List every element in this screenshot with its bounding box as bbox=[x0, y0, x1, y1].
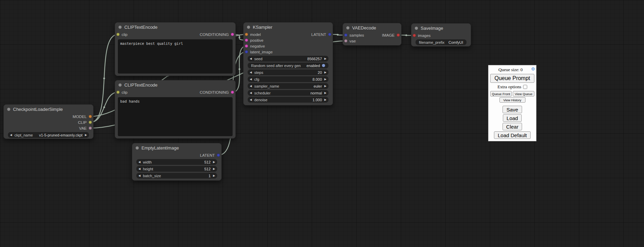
node-vae-decode[interactable]: VAEDecode samples vae IMAGE bbox=[343, 23, 401, 46]
widget-denoise[interactable]: ◀ denoise 1.000 ▶ bbox=[248, 97, 329, 103]
input-port-images[interactable]: images bbox=[411, 32, 431, 38]
node-collapse-dot-icon[interactable] bbox=[119, 83, 122, 87]
port-dot-image[interactable] bbox=[397, 34, 400, 37]
widget-ckpt-name[interactable]: ◀ ckpt_name v1-5-pruned-emaonly.ckpt ▶ bbox=[8, 132, 89, 138]
arrow-left-icon[interactable]: ◀ bbox=[250, 85, 252, 88]
toggle-on-indicator[interactable] bbox=[322, 64, 325, 67]
view-history-button[interactable]: View History bbox=[499, 97, 525, 103]
widget-batch-size[interactable]: ◀ batch_size 1 ▶ bbox=[136, 173, 217, 179]
node-header[interactable]: CheckpointLoaderSimple bbox=[4, 105, 93, 114]
output-port-conditioning[interactable]: CONDITIONING bbox=[200, 89, 235, 95]
output-port-image[interactable]: IMAGE bbox=[382, 32, 401, 38]
view-queue-button[interactable]: View Queue bbox=[513, 91, 534, 96]
widget-height[interactable]: ◀ height 512 ▶ bbox=[136, 166, 217, 172]
settings-gear-icon[interactable]: ⚙ bbox=[531, 66, 535, 72]
port-dot-model[interactable] bbox=[245, 33, 248, 36]
input-port-negative[interactable]: negative bbox=[244, 43, 273, 49]
arrow-right-icon[interactable]: ▶ bbox=[324, 57, 326, 60]
widget-cfg[interactable]: ◀ cfg 8.000 ▶ bbox=[248, 76, 329, 82]
input-port-positive[interactable]: positive bbox=[244, 37, 273, 43]
prompt-text-area[interactable]: bad hands bbox=[118, 97, 233, 136]
arrow-left-icon[interactable]: ◀ bbox=[138, 161, 140, 164]
node-graph-canvas[interactable]: CheckpointLoaderSimple MODEL CLIP VAE bbox=[0, 0, 644, 247]
node-clip-text-encode-positive[interactable]: CLIPTextEncode clip CONDITIONING masterp… bbox=[115, 22, 236, 76]
port-dot-vae[interactable] bbox=[89, 127, 92, 130]
output-port-conditioning[interactable]: CONDITIONING bbox=[200, 31, 235, 37]
arrow-right-icon[interactable]: ▶ bbox=[85, 134, 87, 136]
node-header[interactable]: EmptyLatentImage bbox=[132, 143, 221, 152]
input-port-latent-image[interactable]: latent_image bbox=[244, 49, 273, 55]
widget-scheduler[interactable]: ◀ scheduler normal ▶ bbox=[248, 90, 329, 96]
port-dot-clip[interactable] bbox=[89, 121, 92, 124]
port-dot-model[interactable] bbox=[89, 115, 92, 118]
widget-seed[interactable]: ◀ seed 8566257 ▶ bbox=[248, 56, 329, 62]
output-port-vae[interactable]: VAE bbox=[73, 125, 93, 131]
arrow-left-icon[interactable]: ◀ bbox=[138, 174, 140, 177]
save-button[interactable]: Save bbox=[503, 106, 522, 113]
widget-filename-prefix[interactable]: filename_prefix ComfyUI bbox=[416, 39, 467, 45]
node-collapse-dot-icon[interactable] bbox=[346, 26, 349, 29]
extra-options-checkbox[interactable] bbox=[523, 85, 527, 89]
node-header[interactable]: CLIPTextEncode bbox=[115, 80, 235, 89]
output-port-clip[interactable]: CLIP bbox=[73, 119, 93, 125]
arrow-right-icon[interactable]: ▶ bbox=[324, 99, 326, 101]
load-button[interactable]: Load bbox=[503, 114, 522, 122]
port-dot-latent-image[interactable] bbox=[245, 50, 248, 53]
arrow-left-icon[interactable]: ◀ bbox=[138, 168, 140, 170]
node-collapse-dot-icon[interactable] bbox=[136, 146, 139, 150]
widget-steps[interactable]: ◀ steps 20 ▶ bbox=[248, 69, 329, 75]
widget-width[interactable]: ◀ width 512 ▶ bbox=[136, 159, 217, 165]
arrow-right-icon[interactable]: ▶ bbox=[324, 85, 326, 88]
arrow-left-icon[interactable]: ◀ bbox=[10, 134, 12, 136]
node-header[interactable]: SaveImage bbox=[411, 24, 471, 32]
node-empty-latent-image[interactable]: EmptyLatentImage LATENT ◀ width 512 ▶ ◀ … bbox=[132, 143, 222, 181]
output-port-latent[interactable]: LATENT bbox=[200, 152, 221, 158]
port-dot-negative[interactable] bbox=[245, 44, 248, 48]
arrow-left-icon[interactable]: ◀ bbox=[250, 92, 252, 94]
node-collapse-dot-icon[interactable] bbox=[7, 108, 10, 111]
node-clip-text-encode-negative[interactable]: CLIPTextEncode clip CONDITIONING bad han… bbox=[115, 80, 236, 139]
node-header[interactable]: CLIPTextEncode bbox=[115, 23, 235, 31]
queue-front-button[interactable]: Queue Front bbox=[490, 91, 512, 96]
input-port-samples[interactable]: samples bbox=[343, 32, 364, 38]
port-dot-conditioning[interactable] bbox=[231, 33, 234, 36]
arrow-right-icon[interactable]: ▶ bbox=[324, 78, 326, 81]
arrow-right-icon[interactable]: ▶ bbox=[213, 161, 215, 164]
node-collapse-dot-icon[interactable] bbox=[415, 27, 418, 30]
arrow-right-icon[interactable]: ▶ bbox=[213, 174, 215, 177]
arrow-right-icon[interactable]: ▶ bbox=[213, 168, 215, 170]
node-checkpoint-loader-simple[interactable]: CheckpointLoaderSimple MODEL CLIP VAE bbox=[3, 104, 94, 139]
port-dot-positive[interactable] bbox=[245, 39, 248, 42]
prompt-text-area[interactable]: masterpiece best quality girl bbox=[118, 39, 233, 74]
node-collapse-dot-icon[interactable] bbox=[119, 26, 122, 29]
arrow-left-icon[interactable]: ◀ bbox=[250, 99, 252, 101]
node-ksampler[interactable]: KSampler model positive negative lat bbox=[243, 22, 333, 105]
arrow-left-icon[interactable]: ◀ bbox=[250, 78, 252, 81]
node-collapse-dot-icon[interactable] bbox=[247, 26, 250, 29]
widget-sampler-name[interactable]: ◀ sampler_name euler ▶ bbox=[248, 83, 329, 89]
port-dot-samples[interactable] bbox=[344, 34, 347, 37]
output-port-model[interactable]: MODEL bbox=[73, 114, 93, 119]
arrow-left-icon[interactable]: ◀ bbox=[250, 57, 252, 60]
port-dot-latent[interactable] bbox=[217, 154, 220, 157]
arrow-left-icon[interactable]: ◀ bbox=[250, 71, 252, 74]
input-port-model[interactable]: model bbox=[244, 31, 273, 37]
queue-prompt-button[interactable]: Queue Prompt bbox=[490, 74, 534, 83]
port-dot-clip[interactable] bbox=[116, 91, 120, 94]
port-dot-conditioning[interactable] bbox=[231, 91, 234, 94]
node-header[interactable]: KSampler bbox=[244, 23, 333, 31]
input-port-clip[interactable]: clip bbox=[115, 31, 127, 37]
port-dot-latent[interactable] bbox=[328, 33, 331, 36]
port-dot-vae[interactable] bbox=[344, 39, 347, 42]
widget-random-seed-toggle[interactable]: Random seed after every gen enabled bbox=[248, 63, 329, 68]
load-default-button[interactable]: Load Default bbox=[494, 131, 531, 139]
clear-button[interactable]: Clear bbox=[503, 123, 522, 130]
port-dot-clip[interactable] bbox=[116, 33, 120, 36]
output-port-latent[interactable]: LATENT bbox=[311, 31, 333, 37]
node-header[interactable]: VAEDecode bbox=[343, 23, 401, 32]
arrow-right-icon[interactable]: ▶ bbox=[324, 71, 326, 74]
input-port-vae[interactable]: vae bbox=[343, 38, 364, 44]
arrow-right-icon[interactable]: ▶ bbox=[324, 92, 326, 94]
input-port-clip[interactable]: clip bbox=[115, 89, 127, 95]
node-save-image[interactable]: SaveImage images filename_prefix ComfyUI bbox=[411, 23, 471, 47]
